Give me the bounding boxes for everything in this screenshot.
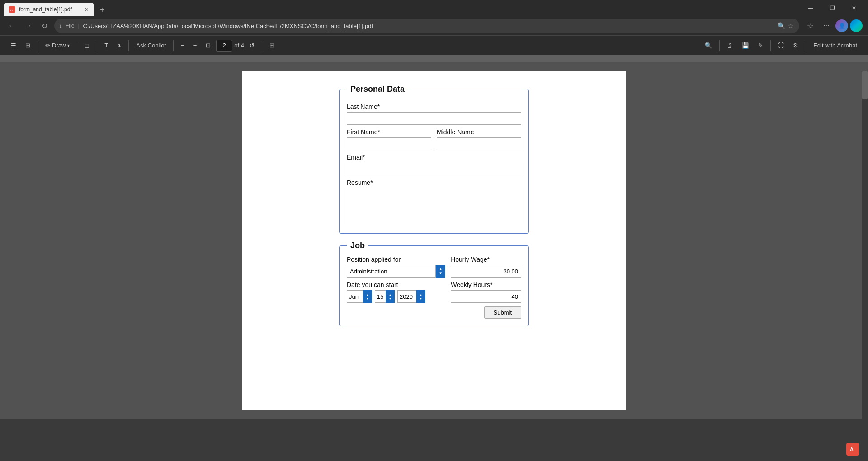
email-label: Email*	[347, 154, 521, 161]
pdf-search-button[interactable]: 🔍	[701, 40, 716, 51]
ask-copilot-button[interactable]: Ask Copilot	[132, 40, 170, 51]
search-icon[interactable]: 🔍	[778, 22, 785, 29]
rotate-icon: ↺	[250, 42, 255, 49]
toolbar-highlights[interactable]: ☰	[7, 40, 20, 51]
first-name-col: First Name*	[347, 125, 431, 150]
resume-textarea[interactable]	[347, 188, 521, 224]
date-col: Date you can start ▲ ▼	[347, 281, 445, 303]
toolbar-thumbnails[interactable]: ⊞	[22, 40, 34, 51]
annotate-icon: ✎	[758, 42, 763, 49]
more-button[interactable]: ···	[819, 19, 834, 33]
tab-favicon: A	[9, 6, 15, 13]
text-tool-button[interactable]: T	[101, 40, 112, 51]
zoom-in-icon: +	[193, 42, 197, 49]
year-spinner: ▲ ▼	[397, 290, 425, 303]
refresh-button[interactable]: ↻	[38, 19, 51, 32]
spread-icon: ⊞	[269, 42, 274, 49]
date-day-input[interactable]	[375, 290, 395, 303]
date-month-input[interactable]	[347, 290, 372, 303]
email-input[interactable]	[347, 163, 521, 175]
fullscreen-button[interactable]: ⛶	[774, 40, 788, 51]
tab-title: form_and_table[1].pdf	[19, 6, 72, 13]
spread-button[interactable]: ⊞	[266, 40, 278, 51]
hourly-wage-input[interactable]	[451, 265, 521, 278]
active-tab[interactable]: A form_and_table[1].pdf ×	[4, 3, 94, 16]
acrobat-icon[interactable]: A	[846, 443, 859, 456]
maximize-button[interactable]: ❐	[822, 0, 843, 16]
separator-3	[97, 40, 97, 51]
rotate-button[interactable]: ↺	[246, 40, 258, 51]
fullscreen-icon: ⛶	[778, 42, 784, 49]
position-wage-row: Position applied for Administration Mark…	[347, 256, 521, 278]
svg-text:A: A	[10, 8, 13, 11]
zoom-out-button[interactable]: −	[177, 40, 188, 51]
zoom-in-button[interactable]: +	[190, 40, 201, 51]
pdf-save-button[interactable]: 💾	[738, 40, 753, 51]
save-icon: 💾	[742, 42, 749, 49]
separator-7	[719, 40, 720, 51]
fit-page-icon: ⊡	[206, 42, 211, 49]
position-select-wrapper: Administration Marketing IT Finance HR ▲…	[347, 265, 445, 278]
separator-1	[38, 40, 38, 51]
job-legend: Job	[347, 241, 368, 250]
draw-chevron-icon: ▾	[67, 43, 70, 48]
personal-data-legend: Personal Data	[347, 85, 408, 94]
first-name-input[interactable]	[347, 137, 431, 150]
page-number-input[interactable]	[216, 40, 232, 52]
address-icons: 🔍 ☆	[778, 22, 794, 29]
form-container: Personal Data Last Name* First Name* Mid…	[339, 85, 529, 334]
forward-button[interactable]: →	[22, 19, 34, 32]
middle-name-label: Middle Name	[437, 128, 521, 136]
separator-2	[77, 40, 77, 51]
tab-close-button[interactable]: ×	[85, 6, 89, 13]
profile-avatar[interactable]: 👤	[835, 19, 848, 32]
last-name-input[interactable]	[347, 112, 521, 125]
submit-button[interactable]: Submit	[484, 306, 521, 319]
favorite-icon[interactable]: ☆	[788, 22, 794, 29]
middle-name-input[interactable]	[437, 137, 521, 150]
fit-page-button[interactable]: ⊡	[202, 40, 214, 51]
minimize-button[interactable]: —	[800, 0, 821, 16]
middle-name-col: Middle Name	[437, 125, 521, 150]
window-controls: — ❐ ✕	[800, 0, 864, 16]
date-year-input[interactable]	[397, 290, 425, 303]
pdf-print-button[interactable]: 🖨	[723, 40, 736, 51]
weekly-hours-input[interactable]	[451, 290, 521, 303]
separator-8	[770, 40, 771, 51]
pdf-toolbar: ☰ ⊞ ✏ Draw ▾ ◻ T 𝐀 Ask Copilot − +	[0, 35, 868, 55]
scrollbar[interactable]	[862, 71, 868, 461]
back-button[interactable]: ←	[5, 19, 18, 32]
separator-5	[173, 40, 174, 51]
font-tool-button[interactable]: 𝐀	[113, 40, 125, 51]
address-input[interactable]: ℹ File | C:/Users/FIZAA%20KHAN/AppData/L…	[54, 19, 799, 33]
month-spinner: ▲ ▼	[347, 290, 372, 303]
settings-button[interactable]: ⚙	[789, 40, 802, 51]
favorites-icon[interactable]: ☆	[803, 19, 817, 33]
personal-data-fieldset: Personal Data Last Name* First Name* Mid…	[339, 85, 529, 234]
address-text: C:/Users/FIZAA%20KHAN/AppData/Local/Micr…	[83, 23, 774, 29]
thumbnails-icon: ⊞	[25, 42, 30, 49]
edit-acrobat-button[interactable]: Edit with Acrobat	[810, 40, 861, 51]
pdf-annotate-button[interactable]: ✎	[755, 40, 767, 51]
search-icon: 🔍	[705, 42, 712, 49]
highlights-icon: ☰	[11, 42, 16, 49]
scrollbar-thumb[interactable]	[862, 71, 868, 99]
file-label: File	[66, 23, 74, 29]
hourly-wage-label: Hourly Wage*	[451, 256, 521, 263]
draw-button[interactable]: ✏ Draw ▾	[42, 40, 73, 51]
date-hours-row: Date you can start ▲ ▼	[347, 281, 521, 303]
new-tab-button[interactable]: +	[96, 4, 108, 16]
date-row: ▲ ▼ ▲ ▼	[347, 290, 445, 303]
position-label: Position applied for	[347, 256, 445, 263]
eraser-button[interactable]: ◻	[81, 40, 93, 51]
separator-6	[262, 40, 262, 51]
content-area: Personal Data Last Name* First Name* Mid…	[0, 62, 868, 419]
draw-icon: ✏	[45, 42, 50, 49]
svg-text:A: A	[850, 447, 854, 452]
resume-label: Resume*	[347, 179, 521, 186]
close-button[interactable]: ✕	[844, 0, 864, 16]
browser-toolbar: ☆ ··· 👤	[803, 19, 863, 33]
separator-4	[128, 40, 129, 51]
position-select[interactable]: Administration Marketing IT Finance HR	[347, 265, 445, 278]
edge-icon[interactable]	[850, 19, 863, 32]
